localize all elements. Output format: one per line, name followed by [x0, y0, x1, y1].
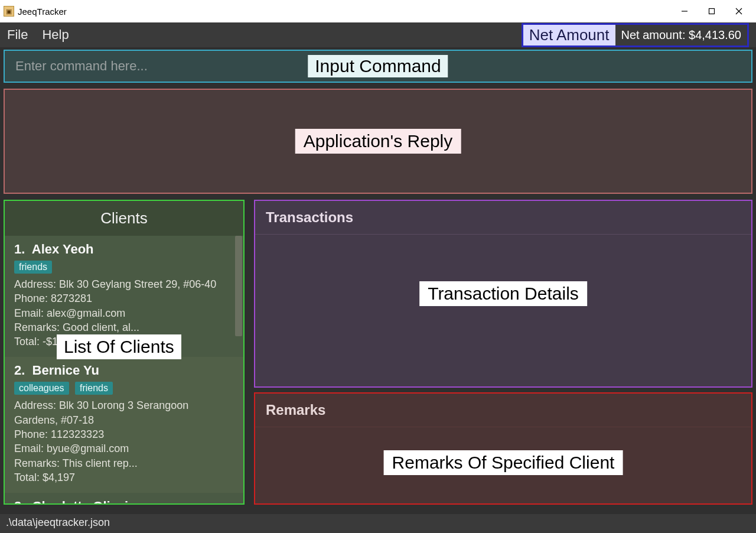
menu-file[interactable]: File: [7, 27, 28, 43]
command-input-row: Input Command: [4, 50, 752, 83]
close-icon: [735, 8, 742, 15]
transactions-panel: Transactions Transaction Details: [254, 200, 752, 388]
remarks-title: Remarks: [255, 394, 751, 427]
statusbar-path: .\data\jeeqtracker.json: [6, 516, 110, 528]
statusbar: .\data\jeeqtracker.json: [0, 514, 756, 533]
tag: friends: [75, 382, 113, 395]
transactions-overlay-label: Transaction Details: [419, 281, 587, 306]
clients-panel: Clients 1. Alex Yeoh friends Address: Bl…: [4, 200, 245, 505]
client-card[interactable]: 3. Charlotte Oliveiro neighbours: [5, 493, 243, 503]
tag: colleagues: [14, 382, 69, 395]
right-column: Transactions Transaction Details Remarks…: [254, 200, 752, 505]
window-close-button[interactable]: [725, 0, 752, 22]
maximize-icon: [708, 8, 715, 15]
menubar: File Help Net Amount Net amount: $4,413.…: [0, 22, 756, 47]
net-amount-callout: Net Amount: [522, 23, 615, 47]
main-region: Clients 1. Alex Yeoh friends Address: Bl…: [4, 200, 752, 505]
client-address: Address: Blk 30 Lorong 3 Serangoon Garde…: [14, 398, 234, 427]
client-address: Address: Blk 30 Geylang Street 29, #06-4…: [14, 277, 234, 291]
client-remarks: Remarks: Good client, al...: [14, 320, 234, 334]
client-total: Total: $4,197: [14, 470, 234, 485]
client-tags: friends: [14, 261, 234, 274]
client-name: 3. Charlotte Oliveiro: [14, 499, 234, 503]
clients-list[interactable]: 1. Alex Yeoh friends Address: Blk 30 Gey…: [5, 236, 243, 503]
client-card[interactable]: 2. Bernice Yu colleagues friends Address…: [5, 357, 243, 493]
minimize-icon: [681, 8, 688, 15]
clients-scrollbar[interactable]: [235, 236, 242, 336]
svg-rect-1: [709, 9, 715, 14]
window-titlebar: ▣ JeeqTracker: [0, 0, 756, 22]
client-email: Email: byue@gmail.com: [14, 441, 234, 456]
transactions-title: Transactions: [255, 201, 751, 235]
window-maximize-button[interactable]: [698, 0, 725, 22]
clients-overlay-label: List Of Clients: [57, 334, 181, 359]
client-remarks: Remarks: This client rep...: [14, 456, 234, 470]
reply-overlay-label: Application's Reply: [295, 129, 461, 154]
client-phone: Phone: 8273281: [14, 291, 234, 306]
client-phone: Phone: 112323323: [14, 427, 234, 441]
client-name: 1. Alex Yeoh: [14, 242, 234, 257]
client-name: 2. Bernice Yu: [14, 363, 234, 378]
menu-help[interactable]: Help: [42, 27, 69, 43]
command-overlay-label: Input Command: [308, 55, 448, 77]
window-minimize-button[interactable]: [671, 0, 698, 22]
client-email: Email: alex@gmail.com: [14, 306, 234, 320]
app-title: JeeqTracker: [18, 6, 67, 17]
remarks-overlay-label: Remarks Of Specified Client: [384, 450, 623, 475]
net-amount-value: Net amount: $4,413.60: [615, 23, 749, 47]
remarks-panel: Remarks Remarks Of Specified Client: [254, 392, 752, 505]
clients-header: Clients: [5, 201, 243, 236]
client-tags: colleagues friends: [14, 382, 234, 395]
tag: friends: [14, 261, 52, 274]
reply-panel: Application's Reply: [4, 89, 752, 194]
app-icon: ▣: [4, 6, 14, 17]
